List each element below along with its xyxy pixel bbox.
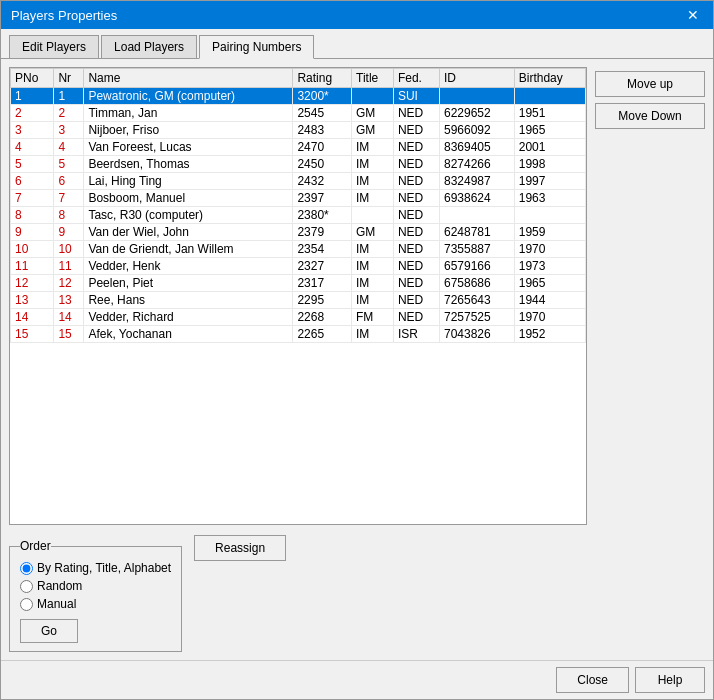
table-row[interactable]: 77Bosboom, Manuel2397IMNED69386241963: [11, 190, 586, 207]
table-cell: NED: [393, 275, 439, 292]
players-table-container[interactable]: PNo Nr Name Rating Title Fed. ID Birthda…: [9, 67, 587, 525]
col-fed: Fed.: [393, 69, 439, 88]
table-cell: 6938624: [440, 190, 515, 207]
table-cell: 4: [11, 139, 54, 156]
table-cell: NED: [393, 292, 439, 309]
table-cell: IM: [352, 139, 394, 156]
table-cell: 2268: [293, 309, 352, 326]
close-icon[interactable]: ✕: [683, 7, 703, 23]
table-row[interactable]: 22Timman, Jan2545GMNED62296521951: [11, 105, 586, 122]
table-row[interactable]: 1010Van de Griendt, Jan Willem2354IMNED7…: [11, 241, 586, 258]
table-cell: GM: [352, 224, 394, 241]
table-cell: 8324987: [440, 173, 515, 190]
table-cell: 1951: [514, 105, 585, 122]
table-cell: 1: [54, 88, 84, 105]
table-cell: NED: [393, 156, 439, 173]
order-random-label[interactable]: Random: [20, 579, 171, 593]
table-cell: Timman, Jan: [84, 105, 293, 122]
players-table: PNo Nr Name Rating Title Fed. ID Birthda…: [10, 68, 586, 343]
col-title: Title: [352, 69, 394, 88]
table-cell: 2354: [293, 241, 352, 258]
order-random-radio[interactable]: [20, 580, 33, 593]
close-button[interactable]: Close: [556, 667, 629, 693]
table-cell: NED: [393, 207, 439, 224]
table-cell: GM: [352, 105, 394, 122]
move-down-button[interactable]: Move Down: [595, 103, 705, 129]
table-row[interactable]: 1212Peelen, Piet2317IMNED67586861965: [11, 275, 586, 292]
reassign-button[interactable]: Reassign: [194, 535, 286, 561]
title-bar: Players Properties ✕: [1, 1, 713, 29]
table-row[interactable]: 88Tasc, R30 (computer)2380*NED: [11, 207, 586, 224]
table-cell: 7265643: [440, 292, 515, 309]
tab-pairing-numbers[interactable]: Pairing Numbers: [199, 35, 314, 59]
table-cell: SUI: [393, 88, 439, 105]
dialog-title: Players Properties: [11, 8, 117, 23]
help-button[interactable]: Help: [635, 667, 705, 693]
table-cell: IM: [352, 292, 394, 309]
move-up-button[interactable]: Move up: [595, 71, 705, 97]
table-cell: FM: [352, 309, 394, 326]
table-cell: [514, 207, 585, 224]
order-random-text: Random: [37, 579, 82, 593]
order-by-rating-text: By Rating, Title, Alphabet: [37, 561, 171, 575]
left-panel: PNo Nr Name Rating Title Fed. ID Birthda…: [9, 67, 587, 525]
table-cell: IM: [352, 258, 394, 275]
table-cell: [352, 207, 394, 224]
table-cell: Bosboom, Manuel: [84, 190, 293, 207]
table-cell: 2450: [293, 156, 352, 173]
order-manual-label[interactable]: Manual: [20, 597, 171, 611]
table-row[interactable]: 1313Ree, Hans2295IMNED72656431944: [11, 292, 586, 309]
table-cell: NED: [393, 105, 439, 122]
table-cell: 8: [54, 207, 84, 224]
col-name: Name: [84, 69, 293, 88]
table-cell: 14: [11, 309, 54, 326]
table-cell: NED: [393, 173, 439, 190]
table-cell: 10: [54, 241, 84, 258]
table-row[interactable]: 1414Vedder, Richard2268FMNED72575251970: [11, 309, 586, 326]
table-row[interactable]: 66Lai, Hing Ting2432IMNED83249871997: [11, 173, 586, 190]
table-cell: 3: [11, 122, 54, 139]
table-cell: 6229652: [440, 105, 515, 122]
table-cell: NED: [393, 224, 439, 241]
table-cell: 2: [11, 105, 54, 122]
table-cell: 2295: [293, 292, 352, 309]
tab-load-players[interactable]: Load Players: [101, 35, 197, 58]
order-by-rating-label[interactable]: By Rating, Title, Alphabet: [20, 561, 171, 575]
radio-group: By Rating, Title, Alphabet Random Manual: [20, 561, 171, 611]
table-cell: Vedder, Richard: [84, 309, 293, 326]
table-cell: 1: [11, 88, 54, 105]
table-cell: 1970: [514, 241, 585, 258]
table-cell: ISR: [393, 326, 439, 343]
table-row[interactable]: 11Pewatronic, GM (computer)3200*SUI: [11, 88, 586, 105]
table-cell: 2265: [293, 326, 352, 343]
table-cell: Nijboer, Friso: [84, 122, 293, 139]
table-cell: [352, 88, 394, 105]
table-cell: 9: [11, 224, 54, 241]
table-row[interactable]: 33Nijboer, Friso2483GMNED59660921965: [11, 122, 586, 139]
table-cell: 5: [54, 156, 84, 173]
order-manual-radio[interactable]: [20, 598, 33, 611]
table-cell: 5: [11, 156, 54, 173]
table-cell: NED: [393, 309, 439, 326]
col-pno: PNo: [11, 69, 54, 88]
table-cell: 1952: [514, 326, 585, 343]
table-row[interactable]: 55Beerdsen, Thomas2450IMNED82742661998: [11, 156, 586, 173]
table-row[interactable]: 44Van Foreest, Lucas2470IMNED83694052001: [11, 139, 586, 156]
table-cell: 2397: [293, 190, 352, 207]
table-cell: 8369405: [440, 139, 515, 156]
table-row[interactable]: 1515Afek, Yochanan2265IMISR70438261952: [11, 326, 586, 343]
table-cell: 2380*: [293, 207, 352, 224]
tab-edit-players[interactable]: Edit Players: [9, 35, 99, 58]
table-cell: 14: [54, 309, 84, 326]
table-cell: 1965: [514, 122, 585, 139]
table-cell: 13: [11, 292, 54, 309]
table-cell: Van der Wiel, John: [84, 224, 293, 241]
table-cell: Beerdsen, Thomas: [84, 156, 293, 173]
table-cell: 1963: [514, 190, 585, 207]
table-cell: 10: [11, 241, 54, 258]
order-by-rating-radio[interactable]: [20, 562, 33, 575]
go-button[interactable]: Go: [20, 619, 78, 643]
table-cell: 6248781: [440, 224, 515, 241]
table-row[interactable]: 99Van der Wiel, John2379GMNED62487811959: [11, 224, 586, 241]
table-row[interactable]: 1111Vedder, Henk2327IMNED65791661973: [11, 258, 586, 275]
